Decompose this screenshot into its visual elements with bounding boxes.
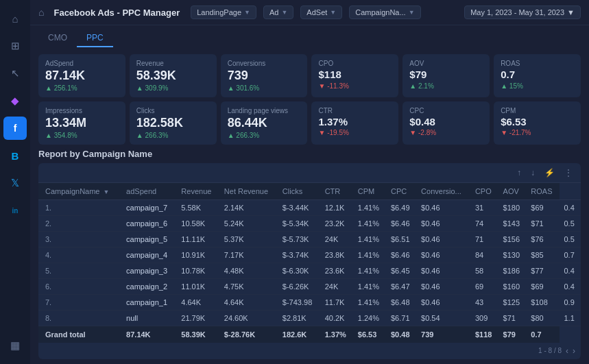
metric-cpo-label: CPO (318, 60, 392, 67)
tab-cmo[interactable]: CMO (38, 29, 77, 47)
pagination-info: 1 - 8 / 8 (538, 347, 562, 354)
cell-adspend: 10.78K (177, 263, 220, 278)
cell-cpo: $186 (499, 263, 527, 278)
cell-clicks: 23.8K (321, 247, 354, 263)
th-conversions[interactable]: Conversio... (417, 183, 471, 200)
cell-name: null (122, 310, 177, 326)
metric-conversions-label: Conversions (228, 60, 301, 67)
cell-roas: 0.5 (560, 215, 581, 231)
cell-name: campaign_5 (122, 231, 177, 247)
cell-num: 2. (38, 215, 122, 231)
table-toolbar: ↑ ↓ ⚡ ⋮ (38, 163, 581, 183)
th-aov[interactable]: AOV (499, 183, 527, 200)
chevron-down-icon: ▼ (281, 9, 287, 16)
sidebar-icon-diamond[interactable]: ◆ (3, 89, 27, 112)
dropdown-adset[interactable]: AdSet ▼ (300, 5, 342, 19)
metric-roas-value: 0.7 (501, 69, 574, 81)
content-area: AdSpend 87.14K ▲ 256.1% Revenue 58.39K ▲… (30, 47, 589, 364)
main-content: ⌂ Facebook Ads - PPC Manager LandingPage… (30, 0, 589, 364)
cell-cpc: $0.46 (417, 263, 471, 278)
sidebar-icon-facebook[interactable]: f (3, 117, 27, 140)
dropdown-landingpage[interactable]: LandingPage ▼ (191, 5, 256, 19)
campaign-table: ↑ ↓ ⚡ ⋮ CampaignName ▼ adSpend Revenue N… (38, 163, 581, 359)
footer-roas: 0.7 (527, 326, 560, 343)
metric-cpm-value: $6.53 (501, 117, 574, 128)
table-row: 5. campaign_3 10.78K 4.48K $-6.30K 23.6K… (38, 263, 581, 278)
cell-net-revenue: $-3.74K (278, 247, 321, 263)
th-adspend[interactable]: adSpend (122, 183, 177, 200)
metric-aov-label: AOV (409, 60, 483, 67)
cell-roas: 0.7 (560, 247, 581, 263)
cell-revenue: 4.48K (220, 263, 278, 278)
metric-revenue-value: 58.39K (136, 69, 210, 83)
sidebar-icon-twitter[interactable]: 𝕏 (3, 171, 27, 195)
cell-conversions: 309 (471, 310, 499, 326)
th-cpc[interactable]: CPC (387, 183, 417, 200)
sidebar-icon-bing[interactable]: B (3, 144, 27, 167)
metric-impressions-label: Impressions (45, 107, 119, 114)
pagination-next-button[interactable]: › (573, 346, 575, 356)
th-net-revenue[interactable]: Net Revenue (220, 183, 278, 200)
cell-cpo: $156 (499, 231, 527, 247)
cell-cpm: $6.48 (387, 294, 417, 310)
footer-cpo: $118 (471, 326, 499, 343)
cell-name: campaign_6 (122, 215, 177, 231)
th-campaign-name[interactable]: CampaignName ▼ (38, 183, 122, 200)
dropdown-ad[interactable]: Ad ▼ (263, 5, 293, 19)
cell-adspend: 11.01K (177, 278, 220, 294)
th-clicks[interactable]: Clicks (278, 183, 321, 200)
more-options-button[interactable]: ⋮ (562, 167, 575, 179)
sort-desc-button[interactable]: ↓ (528, 167, 538, 179)
cell-roas: 1.1 (560, 310, 581, 326)
cell-adspend: 4.64K (177, 294, 220, 310)
th-cpo[interactable]: CPO (471, 183, 499, 200)
cell-num: 1. (38, 199, 122, 215)
cell-cpc: $0.46 (417, 294, 471, 310)
footer-aov: $79 (499, 326, 527, 343)
cell-net-revenue: $-743.98 (278, 294, 321, 310)
cell-cpc: $0.46 (417, 231, 471, 247)
cell-adspend: 5.58K (177, 199, 220, 215)
cell-cpc: $0.46 (417, 199, 471, 215)
footer-conversions: 739 (417, 326, 471, 343)
cell-cpc: $0.46 (417, 215, 471, 231)
cell-name: campaign_4 (122, 247, 177, 263)
cell-net-revenue: $2.81K (278, 310, 321, 326)
table-row: 2. campaign_6 10.58K 5.24K $-5.34K 23.2K… (38, 215, 581, 231)
pagination-prev-button[interactable]: ‹ (566, 346, 568, 356)
sidebar-icon-linkedin[interactable]: in (3, 199, 27, 222)
th-cpm[interactable]: CPM (354, 183, 387, 200)
metric-adspend-value: 87.14K (45, 69, 119, 83)
metric-cpm: CPM $6.53 ▼ -21.7% (494, 101, 581, 145)
metric-adspend-label: AdSpend (45, 60, 119, 67)
metric-clicks-label: Clicks (136, 107, 210, 114)
filter-button[interactable]: ⚡ (542, 167, 557, 179)
cell-cpm: $6.46 (387, 215, 417, 231)
th-ctr[interactable]: CTR (321, 183, 354, 200)
sidebar-icon-home[interactable]: ⌂ (3, 7, 27, 30)
cell-aov: $71 (527, 215, 560, 231)
dropdown-campaignname[interactable]: CampaignNa... ▼ (349, 5, 420, 19)
footer-cpm: $6.53 (354, 326, 387, 343)
cell-cpc: $0.46 (417, 247, 471, 263)
metric-clicks: Clicks 182.58K ▲ 266.3% (130, 101, 217, 145)
sort-asc-button[interactable]: ↑ (514, 167, 524, 179)
cell-num: 7. (38, 294, 122, 310)
metric-cpo-value: $118 (318, 69, 392, 81)
cell-name: campaign_2 (122, 278, 177, 294)
cell-conversions: 69 (471, 278, 499, 294)
sidebar-icon-grid[interactable]: ⊞ (3, 34, 27, 58)
cell-clicks: 11.7K (321, 294, 354, 310)
th-roas[interactable]: ROAS (527, 183, 560, 200)
th-revenue[interactable]: Revenue (177, 183, 220, 200)
cell-name: campaign_7 (122, 199, 177, 215)
date-range-picker[interactable]: May 1, 2023 - May 31, 2023 ▼ (464, 5, 581, 19)
cell-num: 3. (38, 231, 122, 247)
cell-aov: $80 (527, 310, 560, 326)
sidebar-icon-chart[interactable]: ▦ (3, 334, 27, 357)
sidebar-icon-cursor[interactable]: ↖ (3, 62, 27, 85)
tab-ppc[interactable]: PPC (77, 29, 113, 47)
cell-conversions: 71 (471, 231, 499, 247)
cell-cpm: $6.51 (387, 231, 417, 247)
table-row: 1. campaign_7 5.58K 2.14K $-3.44K 12.1K … (38, 199, 581, 215)
